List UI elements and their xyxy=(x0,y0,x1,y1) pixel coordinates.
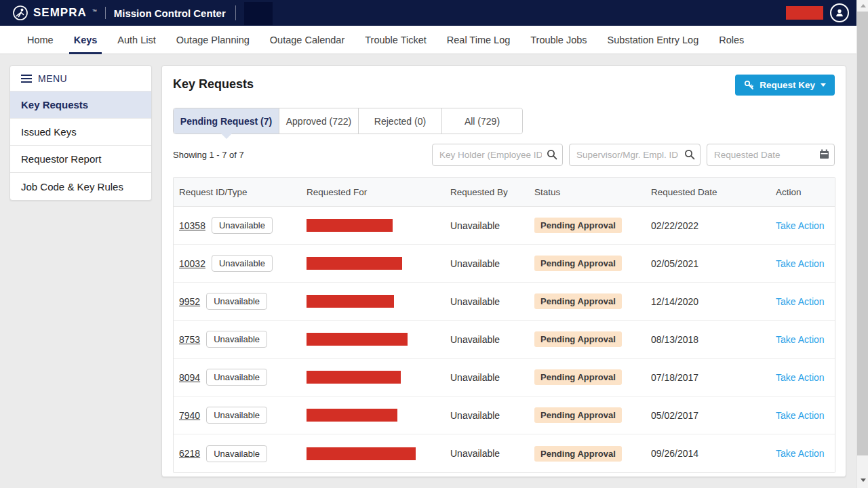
sempra-logo[interactable]: SEMPRA ™ xyxy=(12,5,97,21)
redacted-requested-for xyxy=(307,333,408,346)
requested-date-value: 07/18/2017 xyxy=(646,372,770,383)
sidebar-item-requestor-report[interactable]: Requestor Report xyxy=(10,146,151,173)
take-action-link[interactable]: Take Action xyxy=(776,220,825,231)
request-id-link[interactable]: 10032 xyxy=(179,258,205,269)
status-badge: Pending Approval xyxy=(534,293,622,309)
tab-approved[interactable]: Approved (722) xyxy=(279,108,359,134)
requested-by-value: Unavailable xyxy=(445,334,529,345)
calendar-icon xyxy=(819,149,829,159)
list-meta-row: Showing 1 - 7 of 7 xyxy=(173,144,835,166)
scrollbar-down-arrow-icon[interactable] xyxy=(857,474,868,486)
take-action-link[interactable]: Take Action xyxy=(776,296,825,307)
table-row: 8094 Unavailable Unavailable Pending App… xyxy=(174,359,835,396)
table-row: 6218 Unavailable Unavailable Pending App… xyxy=(174,434,835,472)
nav-item-real-time-log[interactable]: Real Time Log xyxy=(447,26,511,54)
trademark-symbol: ™ xyxy=(92,9,97,14)
request-id-link[interactable]: 8094 xyxy=(179,372,200,383)
supervisor-search-input[interactable] xyxy=(569,144,701,166)
scrollbar-up-arrow-icon[interactable] xyxy=(857,0,868,12)
nav-item-auth-list[interactable]: Auth List xyxy=(117,26,155,54)
scrollbar-thumb[interactable] xyxy=(857,12,868,455)
type-badge: Unavailable xyxy=(212,217,273,234)
table-row: 8753 Unavailable Unavailable Pending App… xyxy=(174,321,835,359)
status-badge: Pending Approval xyxy=(534,446,622,462)
sidebar-item-job-code-key-rules[interactable]: Job Code & Key Rules xyxy=(10,173,151,200)
header-divider xyxy=(105,7,106,19)
type-badge: Unavailable xyxy=(206,369,267,386)
status-badge: Pending Approval xyxy=(534,256,622,271)
result-count-text: Showing 1 - 7 of 7 xyxy=(173,150,244,160)
redacted-requested-for xyxy=(307,409,397,422)
take-action-link[interactable]: Take Action xyxy=(776,334,825,345)
tab-rejected[interactable]: Rejected (0) xyxy=(359,108,442,134)
take-action-link[interactable]: Take Action xyxy=(776,410,825,421)
take-action-link[interactable]: Take Action xyxy=(776,448,825,459)
nav-item-roles[interactable]: Roles xyxy=(719,26,744,54)
sidebar-item-key-requests[interactable]: Key Requests xyxy=(10,92,151,119)
requested-date-input[interactable] xyxy=(707,144,835,166)
filter-group xyxy=(432,144,835,166)
requested-by-value: Unavailable xyxy=(445,448,529,459)
request-id-link[interactable]: 6218 xyxy=(179,448,200,459)
nav-item-outage-calendar[interactable]: Outage Calendar xyxy=(270,26,344,54)
hamburger-icon xyxy=(21,75,32,83)
requested-by-value: Unavailable xyxy=(445,372,529,383)
header-right-group xyxy=(786,3,859,22)
page-title: Key Requests xyxy=(173,77,254,92)
take-action-link[interactable]: Take Action xyxy=(776,372,825,383)
redacted-requested-for xyxy=(307,219,393,232)
redacted-requested-for xyxy=(307,295,394,308)
table-row: 7940 Unavailable Unavailable Pending App… xyxy=(174,396,835,434)
nav-item-outage-planning[interactable]: Outage Planning xyxy=(176,26,250,54)
requested-date-value: 12/14/2020 xyxy=(646,296,770,307)
nav-item-trouble-jobs[interactable]: Trouble Jobs xyxy=(530,26,587,54)
requested-by-value: Unavailable xyxy=(445,220,529,231)
tab-pending-request[interactable]: Pending Request (7) xyxy=(174,108,279,134)
status-badge: Pending Approval xyxy=(534,369,622,385)
page-scrollbar[interactable] xyxy=(856,0,868,488)
requested-by-value: Unavailable xyxy=(445,296,529,307)
search-icon xyxy=(547,149,557,160)
col-action: Action xyxy=(770,187,835,197)
type-badge: Unavailable xyxy=(206,407,267,424)
tab-all[interactable]: All (729) xyxy=(442,108,522,134)
request-id-link[interactable]: 10358 xyxy=(179,220,205,231)
nav-item-trouble-ticket[interactable]: Trouble Ticket xyxy=(365,26,427,54)
take-action-link[interactable]: Take Action xyxy=(776,258,825,269)
nav-item-home[interactable]: Home xyxy=(27,26,54,54)
status-badge: Pending Approval xyxy=(534,407,622,423)
key-icon xyxy=(744,80,754,90)
request-key-button[interactable]: Request Key xyxy=(735,75,835,96)
request-id-link[interactable]: 8753 xyxy=(179,334,200,345)
request-id-link[interactable]: 9952 xyxy=(179,296,200,307)
app-title: Mission Control Center xyxy=(114,7,226,19)
sidebar-item-issued-keys[interactable]: Issued Keys xyxy=(10,119,151,146)
primary-nav: Home Keys Auth List Outage Planning Outa… xyxy=(0,26,868,54)
requested-date-value: 08/13/2018 xyxy=(646,334,770,345)
menu-label: MENU xyxy=(38,73,67,84)
user-avatar-button[interactable] xyxy=(830,3,849,22)
request-key-label: Request Key xyxy=(760,80,815,90)
redacted-user-name xyxy=(786,6,823,20)
requested-by-value: Unavailable xyxy=(445,258,529,269)
table-header-row: Request ID/Type Requested For Requested … xyxy=(174,178,835,207)
nav-item-keys[interactable]: Keys xyxy=(74,26,98,54)
header-divider-2 xyxy=(235,5,236,20)
redacted-header-item xyxy=(244,2,273,25)
sidebar-menu: MENU Key Requests Issued Keys Requestor … xyxy=(9,65,152,201)
requested-by-value: Unavailable xyxy=(445,410,529,421)
nav-item-substation-entry-log[interactable]: Substation Entry Log xyxy=(608,26,699,54)
sidebar-menu-header[interactable]: MENU xyxy=(10,66,151,92)
key-holder-search-input[interactable] xyxy=(432,144,563,166)
requested-date-value: 05/02/2017 xyxy=(646,410,770,421)
brand-name: SEMPRA xyxy=(33,6,87,20)
type-badge: Unavailable xyxy=(206,331,267,348)
key-requests-table: Request ID/Type Requested For Requested … xyxy=(173,177,835,473)
redacted-requested-for xyxy=(307,257,402,270)
status-tab-group: Pending Request (7) Approved (722) Rejec… xyxy=(173,108,523,134)
supervisor-filter xyxy=(569,144,701,166)
request-id-link[interactable]: 7940 xyxy=(179,410,200,421)
key-requests-panel: Key Requests Request Key Pending Request… xyxy=(161,65,846,477)
redacted-requested-for xyxy=(307,447,416,460)
table-row: 10032 Unavailable Unavailable Pending Ap… xyxy=(174,245,835,283)
